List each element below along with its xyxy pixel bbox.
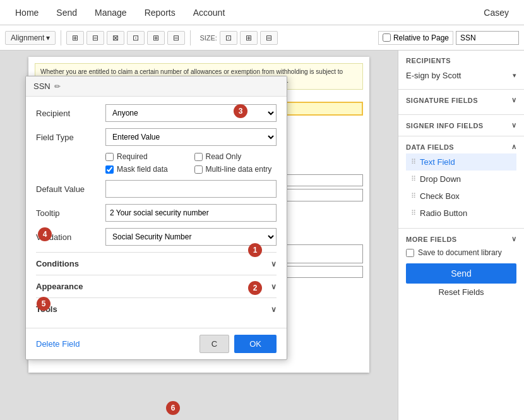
read-only-checkbox[interactable] xyxy=(194,153,203,161)
tooltip-row: Tooltip xyxy=(36,204,277,222)
signature-fields-header[interactable]: SIGNATURE FIELDS ∨ xyxy=(406,96,516,104)
relative-to-page-checkbox[interactable] xyxy=(383,33,391,42)
signer-info-section: SIGNER INFO FIELDS ∨ xyxy=(398,115,524,136)
alignment-chevron-icon: ▾ xyxy=(46,33,50,42)
default-value-input[interactable] xyxy=(105,180,277,198)
esign-chevron-icon[interactable]: ▾ xyxy=(513,71,516,80)
drag-icon-radio: ⠿ xyxy=(411,209,416,217)
required-checkbox-item[interactable]: Required xyxy=(105,152,188,161)
signer-info-label: SIGNER INFO FIELDS xyxy=(406,122,484,129)
tooltip-label: Tooltip xyxy=(36,208,105,218)
align-top-btn[interactable]: ⊡ xyxy=(127,31,145,45)
toolbar-sep-2 xyxy=(190,30,191,45)
relative-to-page-wrap: Relative to Page xyxy=(378,31,453,45)
dialog-body: Recipient Anyone Field Type Entered Valu… xyxy=(26,97,287,328)
dialog-title: SSN xyxy=(33,81,51,91)
align-right-btn[interactable]: ⊠ xyxy=(107,31,124,45)
appearance-label: Appearance xyxy=(36,282,83,291)
multiline-checkbox[interactable] xyxy=(194,165,203,174)
field-type-select[interactable]: Entered Value xyxy=(105,128,277,146)
size-label: SIZE: xyxy=(199,34,217,42)
recipients-header: RECIPIENTS xyxy=(406,57,516,64)
field-label-drop-down: Drop Down xyxy=(420,174,461,184)
recipient-label: Recipient xyxy=(36,109,105,118)
field-radio-button[interactable]: ⠿ Radio Button xyxy=(406,205,516,222)
signer-info-chevron-icon: ∨ xyxy=(511,121,517,129)
field-label-check-box: Check Box xyxy=(420,191,460,201)
top-nav: Home Send Manage Reports Account Casey xyxy=(0,0,524,25)
more-fields-header[interactable]: MORE FIELDS ∨ xyxy=(406,235,516,243)
drag-icon-text: ⠿ xyxy=(411,158,416,166)
read-only-checkbox-item[interactable]: Read Only xyxy=(194,152,277,161)
nav-home[interactable]: Home xyxy=(6,0,47,25)
mask-label: Mask field data xyxy=(117,165,168,174)
multiline-label: Multi-line data entry xyxy=(206,165,272,174)
required-label: Required xyxy=(117,152,148,161)
field-drop-down[interactable]: ⠿ Drop Down xyxy=(406,171,516,188)
recipient-select[interactable]: Anyone xyxy=(105,104,277,122)
recipient-item: E-sign by Scott ▾ xyxy=(406,68,516,83)
conditions-header[interactable]: Conditions ∨ xyxy=(36,259,277,268)
mask-checkbox[interactable] xyxy=(105,165,114,174)
step-badge-6: 6 xyxy=(166,401,180,415)
validation-select-wrap: Social Security Number xyxy=(105,228,277,246)
field-name-input[interactable] xyxy=(456,31,519,45)
align-left-btn[interactable]: ⊞ xyxy=(66,31,84,45)
field-check-box[interactable]: ⠿ Check Box xyxy=(406,188,516,205)
validation-row: Validation Social Security Number xyxy=(36,228,277,246)
nav-send[interactable]: Send xyxy=(47,0,86,25)
tooltip-input[interactable] xyxy=(105,204,277,222)
ok-button[interactable]: OK xyxy=(234,335,277,353)
step-badge-5: 5 xyxy=(37,297,51,311)
size-width-btn[interactable]: ⊡ xyxy=(220,31,237,45)
step-badge-2: 2 xyxy=(248,281,262,295)
main-layout: Whether you are entitled to claim a cert… xyxy=(0,51,524,420)
tools-chevron-icon: ∨ xyxy=(271,305,277,314)
nav-manage[interactable]: Manage xyxy=(86,0,136,25)
align-center-btn[interactable]: ⊟ xyxy=(86,31,104,45)
reset-fields-button[interactable]: Reset Fields xyxy=(406,287,516,297)
right-panel: RECIPIENTS E-sign by Scott ▾ SIGNATURE F… xyxy=(398,51,524,420)
size-height-btn[interactable]: ⊞ xyxy=(240,31,258,45)
cancel-button[interactable]: C xyxy=(199,335,229,353)
data-fields-chevron-icon: ∧ xyxy=(511,143,517,151)
required-checkbox[interactable] xyxy=(105,153,114,161)
signature-fields-label: SIGNATURE FIELDS xyxy=(406,97,478,104)
delete-field-button[interactable]: Delete Field xyxy=(36,339,80,349)
validation-select[interactable]: Social Security Number xyxy=(105,228,277,246)
default-value-row: Default Value xyxy=(36,180,277,198)
step-badge-1: 1 xyxy=(248,243,262,257)
field-type-label: Field Type xyxy=(36,133,105,142)
field-label-radio-button: Radio Button xyxy=(420,208,467,218)
alignment-btn[interactable]: Alignment ▾ xyxy=(5,31,56,45)
data-fields-header[interactable]: DATA FIELDS ∧ xyxy=(406,143,516,151)
conditions-chevron-icon: ∨ xyxy=(271,260,277,268)
field-text-field[interactable]: ⠿ Text Field xyxy=(406,153,516,171)
conditions-label: Conditions xyxy=(36,259,79,268)
esign-label: E-sign by Scott xyxy=(406,71,461,80)
nav-account[interactable]: Account xyxy=(184,0,234,25)
read-only-label: Read Only xyxy=(206,152,242,161)
size-both-btn[interactable]: ⊟ xyxy=(260,31,278,45)
send-button[interactable]: Send xyxy=(406,263,516,284)
recipients-label: RECIPIENTS xyxy=(406,57,451,64)
edit-icon[interactable]: ✏ xyxy=(54,82,61,91)
more-fields-label: MORE FIELDS xyxy=(406,236,457,243)
nav-reports[interactable]: Reports xyxy=(136,0,184,25)
step-badge-4: 4 xyxy=(38,227,52,241)
signer-info-header[interactable]: SIGNER INFO FIELDS ∨ xyxy=(406,121,516,129)
multiline-checkbox-item[interactable]: Multi-line data entry xyxy=(194,165,277,174)
signature-fields-section: SIGNATURE FIELDS ∨ xyxy=(398,90,524,115)
mask-checkbox-item[interactable]: Mask field data xyxy=(105,165,188,174)
save-library-label: Save to document library xyxy=(418,248,502,257)
drag-icon-dropdown: ⠿ xyxy=(411,175,416,183)
dialog-title-bar: SSN ✏ xyxy=(26,76,287,97)
appearance-header[interactable]: Appearance ∨ xyxy=(36,282,277,291)
tools-header[interactable]: Tools ∨ xyxy=(36,304,277,314)
save-library-row: Save to document library xyxy=(406,248,516,257)
conditions-section: Conditions ∨ xyxy=(36,252,277,275)
resize-btn[interactable]: ⊟ xyxy=(167,31,185,45)
appearance-chevron-icon: ∨ xyxy=(271,282,277,291)
distribute-btn[interactable]: ⊞ xyxy=(147,31,165,45)
save-library-checkbox[interactable] xyxy=(406,249,414,257)
